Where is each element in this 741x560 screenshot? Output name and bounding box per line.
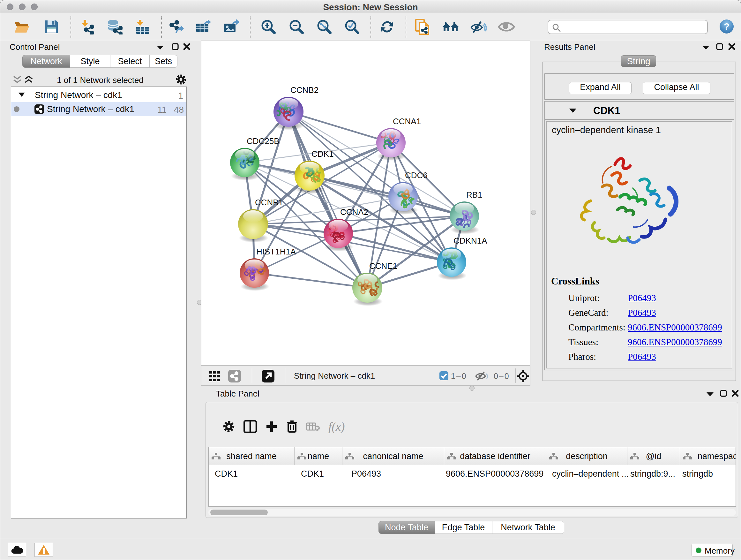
selected-checkbox-icon[interactable] — [439, 371, 449, 381]
open-session-button[interactable] — [13, 17, 31, 36]
tab-node-table[interactable]: Node Table — [379, 521, 435, 534]
column-header-shared-name[interactable]: shared name — [209, 447, 294, 465]
export-image-button[interactable] — [222, 17, 241, 36]
status-bar: Memory — [0, 538, 741, 560]
table-cell[interactable]: 9606.ENSP00000378699 — [446, 469, 543, 479]
warning-status-button[interactable] — [35, 543, 53, 557]
column-header-name[interactable]: name — [294, 447, 342, 465]
network-canvas[interactable]: CCNB2CCNA1CDC25BCDK1CDC6RB1CCNB1CCNA2CDK… — [201, 41, 530, 366]
crosslink-link[interactable]: P06493 — [628, 352, 656, 362]
tab-edge-table[interactable]: Edge Table — [435, 521, 492, 534]
viewbar-separator — [515, 368, 516, 383]
graph-node-CDC6[interactable] — [388, 182, 418, 214]
crosslink-link[interactable]: 9606.ENSP00000378699 — [628, 322, 722, 333]
graph-node-CDC25B[interactable] — [230, 148, 260, 180]
hide-selected-button[interactable] — [469, 17, 488, 36]
search-input[interactable] — [563, 22, 703, 32]
float-panel-icon[interactable] — [702, 45, 710, 50]
toolbar-separator — [370, 16, 371, 38]
table-cell[interactable]: P06493 — [351, 469, 381, 479]
column-header-description[interactable]: description — [546, 447, 627, 465]
import-network-icon — [79, 19, 94, 35]
network-list-header: 1 of 1 Network selected — [3, 73, 198, 86]
import-database-button[interactable] — [105, 17, 124, 36]
maximize-panel-icon[interactable] — [720, 389, 727, 397]
show-all-button[interactable] — [497, 17, 516, 36]
import-table-button[interactable] — [133, 17, 151, 36]
help-button[interactable]: ? — [720, 19, 734, 34]
tab-network[interactable]: Network — [22, 55, 70, 68]
column-header--id[interactable]: @id — [627, 447, 680, 465]
add-column-icon[interactable] — [265, 420, 278, 433]
expand-all-button[interactable]: Expand All — [569, 82, 631, 94]
zoom-in-button[interactable] — [259, 17, 278, 36]
tab-sets[interactable]: Sets — [150, 55, 178, 68]
table-options-gear-icon[interactable] — [222, 420, 235, 433]
share-view-icon[interactable] — [228, 370, 241, 382]
float-panel-icon[interactable] — [156, 45, 164, 50]
column-header-canonical-name[interactable]: canonical name — [342, 447, 444, 465]
scrollbar-thumb[interactable] — [210, 509, 268, 515]
tab-style[interactable]: Style — [70, 55, 111, 68]
detach-view-icon[interactable] — [262, 370, 274, 382]
birds-eye-crosshair-icon[interactable] — [517, 370, 529, 382]
graph-node-CCNA1[interactable] — [376, 128, 406, 161]
crosslink-link[interactable]: 9606.ENSP00000378699 — [628, 337, 722, 348]
table-cell[interactable]: CDK1 — [215, 469, 238, 479]
memory-button[interactable]: Memory — [691, 544, 733, 557]
refresh-button[interactable] — [378, 17, 396, 36]
right-splitter-handle[interactable] — [531, 210, 536, 215]
graph-node-HIST1H1A[interactable] — [240, 258, 269, 291]
network-collection-row[interactable]: String Network – cdk1 1 — [11, 88, 186, 102]
first-neighbors-button[interactable] — [441, 17, 460, 36]
entry-expander-icon[interactable] — [569, 108, 577, 113]
graph-node-CCNE1[interactable] — [352, 273, 383, 306]
tab-select[interactable]: Select — [111, 55, 150, 68]
crosslink-link[interactable]: P06493 — [628, 307, 656, 318]
zoom-fit-button[interactable] — [315, 17, 333, 36]
table-cell[interactable]: stringdb:9... — [630, 469, 675, 479]
network-options-gear-icon[interactable] — [175, 74, 187, 85]
crosslink-link[interactable]: P06493 — [628, 293, 656, 303]
delete-column-icon[interactable] — [286, 420, 298, 433]
close-panel-icon[interactable] — [731, 389, 739, 397]
cloud-status-button[interactable] — [8, 543, 26, 557]
graph-node-CDK1[interactable] — [294, 161, 325, 194]
close-panel-icon[interactable] — [183, 43, 191, 51]
graph-node-CDKN1A[interactable] — [437, 247, 467, 280]
save-session-button[interactable] — [42, 17, 61, 36]
maximize-panel-icon[interactable] — [716, 43, 724, 51]
graph-node-RB1[interactable] — [450, 201, 479, 234]
table-panel: Table Panel — [201, 388, 741, 538]
float-panel-icon[interactable] — [706, 391, 714, 396]
collapse-all-button[interactable]: Collapse All — [643, 82, 711, 94]
column-header-database-identifier[interactable]: database identifier — [444, 447, 546, 465]
tab-string[interactable]: String — [621, 55, 656, 67]
zoom-in-icon — [261, 19, 276, 35]
show-columns-icon[interactable] — [244, 420, 257, 433]
column-header-namespace[interactable]: namespace — [680, 447, 736, 465]
zoom-selected-button[interactable] — [343, 17, 361, 36]
graph-node-CCNB1[interactable] — [238, 209, 268, 242]
maximize-panel-icon[interactable] — [172, 43, 179, 51]
birds-eye-grid-icon[interactable] — [209, 370, 220, 382]
close-panel-icon[interactable] — [728, 43, 736, 51]
import-network-button[interactable] — [77, 17, 96, 36]
collection-expander-icon[interactable] — [18, 92, 25, 97]
results-content-box: Expand All Collapse All CDK1 cyclin–depe… — [542, 62, 736, 381]
network-row-selected[interactable]: String Network – cdk1 11 48 — [11, 102, 186, 116]
results-buttons-row: Expand All Collapse All — [544, 73, 734, 100]
graph-node-CCNA2[interactable] — [324, 219, 353, 251]
zoom-out-icon — [289, 19, 304, 35]
table-cell[interactable]: CDK1 — [301, 469, 324, 479]
export-table-button[interactable] — [194, 17, 213, 36]
export-network-button[interactable] — [167, 17, 186, 36]
graph-node-CCNB2[interactable] — [273, 97, 304, 130]
table-horizontal-scrollbar[interactable] — [208, 509, 736, 516]
tab-network-table[interactable]: Network Table — [492, 521, 564, 534]
copy-network-button[interactable] — [413, 17, 432, 36]
table-cell[interactable]: cyclin–dependent ... — [552, 469, 629, 479]
zoom-out-button[interactable] — [287, 17, 306, 36]
table-cell[interactable]: stringdb — [682, 469, 713, 479]
entry-header[interactable]: CDK1 — [545, 102, 734, 120]
